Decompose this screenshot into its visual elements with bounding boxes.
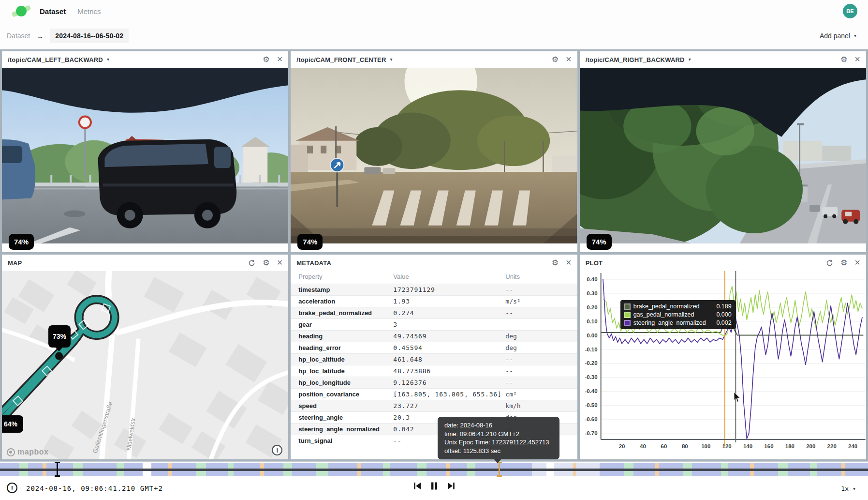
tooltip-line: offset: 1125.833 sec xyxy=(444,447,553,455)
gear-icon[interactable]: ⚙ xyxy=(552,259,559,267)
topic-selector-cam-right[interactable]: /topic/CAM_RIGHT_BACKWARD xyxy=(586,56,691,63)
panel-map: MAP ⚙ xyxy=(2,255,288,459)
svg-text:0.00: 0.00 xyxy=(587,333,597,338)
confidence-badge: 74% xyxy=(297,234,323,250)
tab-dataset[interactable]: Dataset xyxy=(40,7,66,15)
playback-speed-selector[interactable]: 1x xyxy=(841,485,855,492)
legend-item: brake_pedal_normalized0.189 xyxy=(624,303,732,310)
panel-grid: /topic/CAM_LEFT_BACKWARD ⚙ xyxy=(0,49,868,461)
timeline-track xyxy=(0,469,868,471)
refresh-icon[interactable] xyxy=(826,259,833,267)
svg-text:180: 180 xyxy=(785,443,794,449)
pause-button[interactable] xyxy=(430,482,438,490)
topic-selector-cam-left[interactable]: /topic/CAM_LEFT_BACKWARD xyxy=(8,56,109,63)
column-units: Units xyxy=(505,271,577,284)
breadcrumb-current[interactable]: 2024-08-16--06-50-02 xyxy=(50,29,129,43)
chevron-down-icon xyxy=(689,57,691,62)
svg-text:-0.40: -0.40 xyxy=(585,388,597,394)
plot-panel-title: PLOT xyxy=(586,259,603,267)
legend-item: steering_angle_normalized0.002 xyxy=(624,319,732,326)
timeline-playhead[interactable] xyxy=(496,462,502,477)
close-icon[interactable] xyxy=(854,258,860,267)
top-bar: Dataset Metrics BE xyxy=(0,0,868,22)
legend-value: 0.002 xyxy=(716,319,731,326)
svg-text:60: 60 xyxy=(661,443,667,449)
gear-icon[interactable]: ⚙ xyxy=(552,56,559,63)
svg-text:100: 100 xyxy=(701,443,710,449)
chevron-down-icon xyxy=(107,57,109,62)
svg-text:40: 40 xyxy=(640,443,646,449)
table-header-row: Property Value Units xyxy=(291,271,577,284)
gear-icon[interactable]: ⚙ xyxy=(840,56,847,63)
timeline-scrubber[interactable] xyxy=(0,461,868,477)
column-value: Value xyxy=(393,271,505,284)
close-icon[interactable] xyxy=(277,54,283,64)
svg-text:160: 160 xyxy=(764,443,773,449)
close-icon[interactable] xyxy=(566,54,572,64)
map-panel-title: MAP xyxy=(8,259,22,267)
route-confidence-badge: 73% xyxy=(48,325,71,348)
svg-text:20: 20 xyxy=(618,443,625,449)
svg-text:-0.10: -0.10 xyxy=(585,347,597,352)
table-row: brake_pedal_normalized0.274-- xyxy=(291,307,577,319)
table-row: hp_loc_longitude9.126376-- xyxy=(291,377,577,389)
tooltip-line: date: 2024-08-16 xyxy=(444,421,553,430)
table-row: hp_loc_altitude461.648-- xyxy=(291,354,577,365)
add-panel-label: Add panel xyxy=(820,32,850,40)
gear-icon[interactable]: ⚙ xyxy=(263,56,269,63)
tab-metrics[interactable]: Metrics xyxy=(77,7,101,15)
mapbox-logo: mapbox xyxy=(7,448,48,456)
table-row: position_covariance[163.805, 163.805, 65… xyxy=(291,389,577,400)
breadcrumb-arrow-icon xyxy=(36,32,44,40)
svg-text:200: 200 xyxy=(806,443,815,449)
refresh-icon[interactable] xyxy=(248,259,255,267)
skip-to-end-button[interactable] xyxy=(447,482,456,490)
gear-icon[interactable]: ⚙ xyxy=(263,259,269,267)
time-tooltip: date: 2024-08-16time: 09:06:41.210 GMT+2… xyxy=(438,417,559,459)
topic-selector-cam-front[interactable]: /topic/CAM_FRONT_CENTER xyxy=(296,56,392,63)
close-icon[interactable] xyxy=(854,54,860,64)
svg-text:120: 120 xyxy=(722,443,731,449)
mapbox-logo-icon xyxy=(7,448,15,456)
add-panel-button[interactable]: Add panel xyxy=(820,32,856,40)
table-row: speed23.727km/h xyxy=(291,400,577,412)
camera-image-front-center xyxy=(291,68,577,243)
panel-cam-front-center: /topic/CAM_FRONT_CENTER ⚙ xyxy=(291,51,577,252)
table-row: heading_error0.45594deg xyxy=(291,342,577,354)
metadata-panel-title: METADATA xyxy=(296,259,331,267)
table-row: hp_loc_latitude48.773886-- xyxy=(291,365,577,377)
breadcrumb-root[interactable]: Dataset xyxy=(7,32,30,40)
legend-item: gas_pedal_normalized0.000 xyxy=(624,311,732,318)
plot-body: 0.400.300.200.100.00-0.10-0.20-0.30-0.40… xyxy=(580,271,866,459)
svg-text:220: 220 xyxy=(827,443,836,449)
legend-label: gas_pedal_normalized xyxy=(633,311,694,318)
close-icon[interactable] xyxy=(277,258,283,267)
plot-chart[interactable]: 0.400.300.200.100.00-0.10-0.20-0.30-0.40… xyxy=(580,271,866,457)
svg-text:0.30: 0.30 xyxy=(587,290,597,296)
app-logo-icon xyxy=(15,5,28,17)
map-canvas[interactable]: Gallenklingenstraße Nittelwaldstr xyxy=(2,271,288,459)
legend-swatch xyxy=(624,320,631,326)
legend-value: 0.189 xyxy=(716,303,731,310)
breadcrumb: Dataset 2024-08-16--06-50-02 Add panel xyxy=(0,22,868,49)
svg-text:-0.30: -0.30 xyxy=(585,374,597,380)
table-row: gear3-- xyxy=(291,319,577,331)
map-body: Gallenklingenstraße Nittelwaldstr 73% 64… xyxy=(2,271,288,459)
close-icon[interactable] xyxy=(566,258,572,267)
chevron-down-icon xyxy=(854,33,856,38)
panel-cam-right-backward: /topic/CAM_RIGHT_BACKWARD ⚙ xyxy=(580,51,866,252)
timeline-cursor-secondary[interactable] xyxy=(54,462,60,477)
skip-to-start-button[interactable] xyxy=(413,482,422,490)
svg-text:240: 240 xyxy=(848,443,857,449)
svg-text:0.20: 0.20 xyxy=(587,304,597,310)
panel-cam-left-backward: /topic/CAM_LEFT_BACKWARD ⚙ xyxy=(2,51,288,252)
gear-icon[interactable]: ⚙ xyxy=(840,259,847,267)
svg-text:80: 80 xyxy=(682,443,688,449)
avatar[interactable]: BE xyxy=(843,4,857,18)
time-tooltip-lines: date: 2024-08-16time: 09:06:41.210 GMT+2… xyxy=(444,421,553,455)
column-property: Property xyxy=(291,271,393,284)
chevron-down-icon xyxy=(390,57,393,62)
panel-plot: PLOT ⚙ 0.400.300.200.100.00-0.10-0.20-0.… xyxy=(580,255,866,459)
confidence-badge: 74% xyxy=(9,234,34,250)
svg-text:-0.60: -0.60 xyxy=(585,416,597,422)
